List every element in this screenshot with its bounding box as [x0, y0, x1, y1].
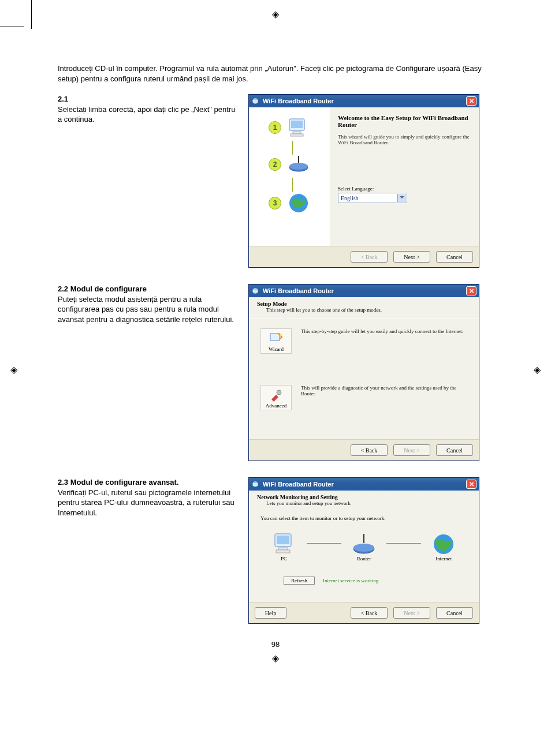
cancel-button[interactable]: Cancel [436, 444, 473, 456]
registration-mark-icon: ◈ [531, 364, 543, 375]
close-button[interactable]: ✕ [466, 96, 476, 106]
language-dropdown[interactable]: English [338, 193, 407, 203]
section-title: Modul de configurare [70, 285, 147, 293]
router-label: Router [351, 556, 377, 562]
svg-rect-20 [276, 550, 290, 553]
section-body: Puteți selecta modul asistență pentru a … [58, 294, 240, 325]
next-button[interactable]: Next > [393, 444, 430, 456]
step-connector [292, 141, 293, 155]
section-number: 2.3 [58, 478, 68, 486]
registration-mark-icon: ◈ [8, 364, 20, 375]
network-header-title: Network Monitoring and Setting [257, 494, 471, 500]
svg-point-14 [277, 390, 281, 395]
chevron-down-icon [400, 196, 404, 199]
svg-rect-4 [293, 132, 301, 134]
cancel-button[interactable]: Cancel [436, 251, 473, 263]
section-body: Selectați limba corectă, apoi dați clic … [58, 104, 240, 125]
wizard-window-1: WiFi Broadband Router ✕ 1 2 [248, 94, 479, 268]
refresh-button[interactable]: Refresh [284, 577, 315, 585]
welcome-subtitle: This wizard will guide you to simply and… [338, 134, 471, 145]
svg-rect-3 [291, 121, 303, 128]
wizard-icon [268, 331, 284, 346]
pc-item[interactable]: PC [271, 533, 297, 562]
step-badge-2: 2 [269, 158, 281, 171]
app-icon [251, 287, 259, 295]
network-header-subtitle: Lets you monitor and setup you network [266, 500, 471, 506]
advanced-mode-label: Advanced [266, 403, 286, 409]
globe-icon [287, 192, 310, 215]
status-text: Internet service is working. [323, 578, 379, 583]
back-button[interactable]: < Back [351, 444, 388, 456]
step-connector [292, 178, 293, 192]
window-title: WiFi Broadband Router [263, 481, 466, 488]
advanced-mode-desc: This will provide a diagnostic of your n… [301, 385, 467, 396]
globe-icon [431, 533, 456, 556]
internet-item[interactable]: Internet [431, 533, 456, 562]
app-icon [251, 480, 259, 488]
svg-rect-11 [253, 290, 258, 293]
section-body: Verificați PC-ul, ruterul sau pictograme… [58, 488, 240, 518]
help-button[interactable]: Help [255, 607, 286, 619]
back-button[interactable]: < Back [351, 251, 388, 263]
welcome-title: Welcome to the Easy Setup for WiFi Broad… [338, 114, 471, 128]
pc-icon [271, 533, 297, 556]
internet-label: Internet [431, 556, 456, 562]
wizard-window-2: WiFi Broadband Router ✕ Setup Mode This … [248, 284, 479, 461]
wizard-mode-desc: This step-by-step guide will let you eas… [301, 328, 467, 334]
language-value: English [341, 195, 359, 201]
connection-line [307, 543, 341, 544]
back-button[interactable]: < Back [351, 607, 388, 619]
advanced-mode-button[interactable]: Advanced [260, 385, 292, 410]
pc-label: PC [271, 556, 297, 562]
wizard-steps-panel: 1 2 3 [249, 107, 330, 246]
crop-mark [0, 27, 24, 27]
wizard-mode-label: Wizard [269, 346, 284, 352]
intro-paragraph: Introduceți CD-ul în computer. Programul… [58, 63, 493, 84]
svg-point-8 [289, 163, 308, 170]
titlebar: WiFi Broadband Router ✕ [249, 95, 479, 107]
router-icon [351, 533, 377, 556]
titlebar: WiFi Broadband Router ✕ [249, 285, 479, 297]
setup-mode-title: Setup Mode [257, 301, 471, 307]
window-title: WiFi Broadband Router [263, 287, 466, 294]
network-instruction: You can select the item to monitor or to… [249, 510, 479, 527]
app-icon [251, 97, 259, 105]
next-button[interactable]: Next > [393, 607, 430, 619]
section-number: 2.2 [58, 285, 68, 293]
svg-rect-5 [291, 134, 303, 136]
router-item[interactable]: Router [351, 533, 377, 562]
step-badge-1: 1 [269, 121, 281, 134]
titlebar: WiFi Broadband Router ✕ [249, 478, 479, 491]
section-title: Modul de configurare avansat. [70, 478, 179, 486]
next-button[interactable]: Next > [393, 251, 430, 263]
connection-line [386, 543, 421, 544]
svg-rect-12 [270, 334, 280, 340]
step-badge-3: 3 [269, 197, 281, 209]
svg-rect-16 [253, 483, 258, 486]
page-number: 98 [58, 640, 493, 649]
setup-mode-subtitle: This step will let you to choose one of … [266, 307, 471, 313]
select-language-label: Select Language: [338, 186, 471, 192]
svg-rect-19 [278, 548, 288, 550]
section-number: 2.1 [58, 95, 68, 103]
wizard-mode-button[interactable]: Wizard [260, 328, 292, 354]
cancel-button[interactable]: Cancel [436, 607, 473, 619]
svg-point-23 [353, 544, 374, 552]
svg-rect-1 [253, 100, 258, 103]
registration-mark-icon: ◈ [270, 8, 281, 20]
close-button[interactable]: ✕ [466, 286, 476, 295]
registration-mark-icon: ◈ [270, 652, 281, 664]
router-icon [287, 155, 310, 174]
wizard-window-3: WiFi Broadband Router ✕ Network Monitori… [248, 477, 479, 624]
window-title: WiFi Broadband Router [263, 98, 466, 104]
svg-point-13 [280, 334, 282, 336]
svg-rect-18 [277, 536, 289, 544]
crop-mark [31, 0, 32, 29]
close-button[interactable]: ✕ [466, 480, 476, 489]
tools-icon [268, 388, 284, 403]
pc-icon [287, 118, 310, 137]
